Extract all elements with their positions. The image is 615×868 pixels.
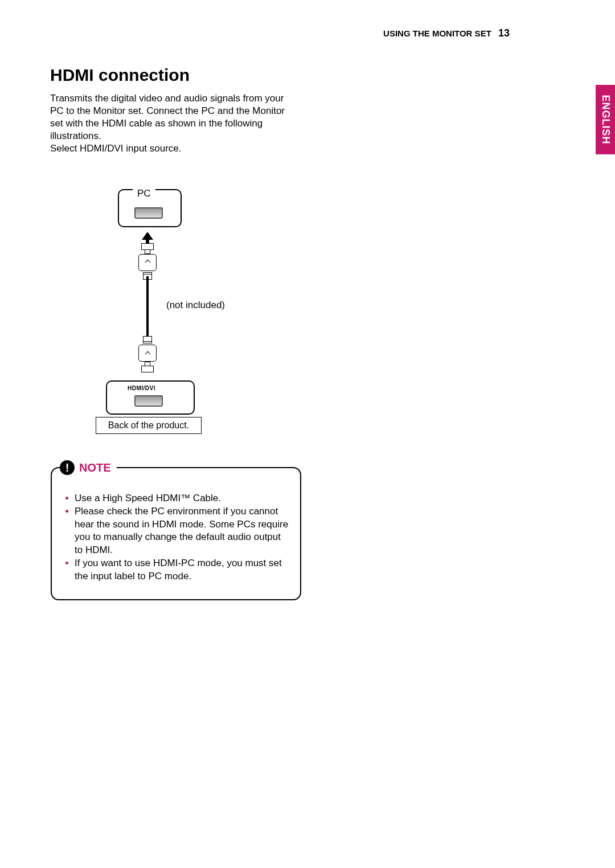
list-item: Please check the PC environment if you c… — [65, 505, 289, 556]
page-title: HDMI connection — [50, 65, 190, 85]
connection-diagram: PC (not included) HDMI/DVI Back of the p… — [98, 189, 240, 440]
intro-paragraph: Transmits the digital video and audio si… — [50, 92, 289, 155]
manual-page: USING THE MONITOR SET 13 ENGLISH HDMI co… — [0, 0, 615, 868]
note-list: Use a High Speed HDMI™ Cable. Please che… — [65, 492, 289, 583]
info-icon: ! — [60, 460, 75, 475]
cable-note: (not included) — [166, 300, 225, 311]
page-number: 13 — [498, 27, 510, 39]
section-title: USING THE MONITOR SET — [383, 28, 491, 38]
running-header: USING THE MONITOR SET 13 — [383, 27, 510, 39]
list-item: If you want to use HDMI-PC mode, you mus… — [65, 557, 289, 583]
hdmi-connector-bottom-icon — [138, 336, 157, 372]
hdmi-dvi-port-icon — [134, 395, 163, 407]
hdmi-port-icon — [134, 207, 163, 219]
cable-line-icon — [146, 276, 149, 338]
note-callout: ! NOTE Use a High Speed HDMI™ Cable. Ple… — [51, 467, 301, 600]
pc-label: PC — [133, 188, 155, 199]
language-label: ENGLISH — [600, 95, 612, 144]
note-heading: NOTE — [79, 461, 111, 474]
arrow-up-icon — [142, 232, 153, 240]
language-tab: ENGLISH — [596, 85, 615, 154]
list-item: Use a High Speed HDMI™ Cable. — [65, 492, 289, 505]
port-label: HDMI/DVI — [128, 385, 155, 391]
back-of-product-label: Back of the product. — [96, 417, 202, 434]
hdmi-connector-top-icon — [138, 243, 157, 280]
